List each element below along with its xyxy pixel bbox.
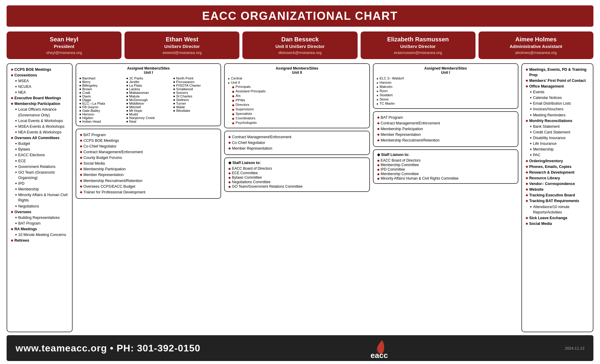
sean-box: ◆ CCPS BOE Meetings ◆ Conventions ● MSEA…: [7, 63, 73, 333]
list-item: ● Life Insurance: [526, 141, 589, 146]
list-item: ● Henson: [79, 112, 124, 116]
leader-card-elizabeth: Elizabeth Rasmussen UniServ Director era…: [361, 31, 476, 59]
ethan-assigned-title: Assigned Members/SitesUnit I: [79, 66, 218, 75]
item-text: Phones, Emails, Copies: [529, 164, 572, 169]
diamond-icon: ◆: [11, 73, 13, 78]
diamond-icon: ◆: [377, 132, 380, 137]
diamond-icon: ◆: [80, 178, 82, 183]
dot-icon: ●: [376, 98, 379, 101]
list-item: ◆ Contract Management/Enforcement: [228, 134, 365, 140]
list-item: ● FB Gwynn: [79, 105, 124, 109]
item-text: Unit II: [231, 81, 240, 84]
dot-icon: ●: [228, 77, 230, 80]
list-item: ◆ Co-Chief Negotiator: [80, 144, 217, 149]
dan-members-list: ● Central ● Unit II ◆ Principals ◆ Assis…: [228, 76, 366, 125]
list-item: ● GO Team (Grassroots Organizing): [11, 170, 68, 181]
list-item: ● Negotiations: [11, 204, 68, 209]
ethan-assigned-box: Assigned Members/SitesUnit I ● Barnhart●…: [76, 63, 221, 126]
item-text: NCUEA: [18, 84, 32, 89]
eacc-logo-icon: eacc: [370, 338, 394, 359]
list-item: ◆ BAT Program: [377, 115, 514, 120]
item-text: Email Distribution Lists: [533, 101, 571, 106]
diamond-icon: ◆: [526, 176, 528, 181]
diamond-icon: ◆: [232, 85, 234, 89]
diamond-icon: ◆: [80, 155, 82, 160]
list-item: ◆ Social Media: [80, 161, 217, 166]
list-item: ● MSEA: [11, 78, 68, 84]
dot-icon: ●: [15, 232, 17, 237]
list-item: ◆ Contract Management/Enforcement: [377, 121, 514, 126]
list-item: ● Davis: [79, 94, 124, 98]
item-text: Members' First Point of Contact: [529, 78, 586, 83]
list-item: ● Calendar Notices: [526, 95, 589, 100]
item-text: Membership: [18, 186, 39, 192]
diamond-icon: ◆: [80, 184, 82, 189]
item-text: Minority Affairs/ Human & Civil Rights C…: [381, 176, 459, 181]
list-item: ● Ryon: [376, 89, 515, 93]
diamond-icon: ◆: [228, 135, 231, 139]
item-text: Contract Management/Enforcement: [381, 121, 440, 126]
item-text: PAC: [533, 152, 541, 158]
list-item: ◆ Assistant Principals: [228, 89, 366, 94]
list-item: ● NEA Events & Workshops: [11, 130, 68, 135]
list-item: ◆ Supervisors: [228, 107, 366, 112]
list-item: ● JC Parks: [126, 76, 170, 80]
dot-icon: ●: [15, 84, 17, 89]
leader-email-ethan: eewest@mseanea.org: [129, 50, 235, 55]
diamond-icon: ◆: [377, 115, 380, 120]
item-text: Vendor– Correspondence: [529, 181, 575, 186]
list-item: ● Nanjemoy Creek: [126, 116, 170, 120]
list-item: ● PISOTA Charter: [173, 84, 218, 87]
item-text: Hanson: [380, 81, 392, 84]
item-text: NEA Events & Workshops: [18, 130, 62, 135]
item-text: Social Media: [529, 221, 552, 226]
list-item: ● Local Officers Advance (Governance Onl…: [11, 107, 68, 118]
item-text: Meeting Reminders: [533, 112, 566, 118]
diamond-icon: ◆: [228, 180, 231, 184]
item-text: Government Relations: [18, 164, 56, 169]
item-text: Oversees: [14, 209, 31, 215]
list-item: ● TC Martin: [376, 102, 515, 106]
dot-icon: ●: [530, 136, 532, 140]
list-item: ◆ AIs: [228, 94, 366, 98]
list-item: ● Mitchell: [126, 105, 170, 109]
list-item: ◆ Ordering/Inventory: [526, 158, 589, 164]
list-item: ◆ EACC Board of Directors: [377, 158, 514, 163]
item-text: Office Management: [529, 84, 564, 89]
list-item: ◆ Contract Management/Enforcement: [80, 149, 217, 155]
diamond-icon: ◆: [11, 210, 13, 214]
item-text: Building Representatives: [18, 215, 60, 220]
item-text: Credit Card Statement: [533, 130, 570, 135]
list-item: ● Central: [228, 76, 366, 80]
list-item: ● PAC: [526, 152, 589, 158]
elizabeth-members-list: ● ELC 2– Waldorf ● Hanson ● Malcolm ● Ry…: [376, 76, 515, 106]
dot-icon: ●: [15, 124, 17, 129]
diamond-icon: ◆: [232, 108, 234, 112]
list-item: ● Local Events & Workshops: [11, 118, 68, 124]
leader-name-aimee: Aimee Holmes: [483, 36, 589, 43]
diamond-icon: ◆: [228, 146, 231, 151]
dot-icon: ●: [530, 95, 532, 100]
diamond-icon: ◆: [526, 181, 528, 186]
item-text: Co-Chief Negotiator: [83, 144, 116, 149]
staff-liaison-title: ◆ Staff Liaison to:: [377, 152, 514, 157]
list-item: ● Unit II: [228, 81, 366, 85]
item-text: Disability Insurance: [533, 135, 566, 141]
diamond-icon: ◆: [11, 227, 13, 231]
dot-icon: ●: [530, 113, 532, 118]
list-item: ● Wade: [173, 105, 218, 109]
col-ethan: Assigned Members/SitesUnit I ● Barnhart●…: [76, 63, 221, 333]
list-item: ◆ Phones, Emails, Copies: [526, 164, 589, 169]
diamond-icon: ◆: [377, 138, 380, 143]
leader-email-dan: dbesseck@mseanea.org: [247, 50, 352, 55]
diamond-icon: ◆: [228, 140, 231, 145]
list-item: ● ELC 2– Waldorf: [376, 76, 515, 80]
list-item: ● Malcolm: [376, 85, 515, 89]
ethan-members-grid: ● Barnhart● Berry● Billingsley● Brown● C…: [79, 76, 218, 123]
item-text: Resource Library: [529, 175, 560, 181]
list-item: ◆ Oversees All Committees: [11, 135, 68, 141]
item-text: Contract Management/Enforcement: [232, 134, 291, 140]
item-text: EACC Elections: [18, 152, 45, 158]
aimee-box: ◆ Meetings, Events, PD & Training Prep ◆…: [521, 63, 593, 333]
item-text: County Budget Forums: [83, 155, 122, 160]
